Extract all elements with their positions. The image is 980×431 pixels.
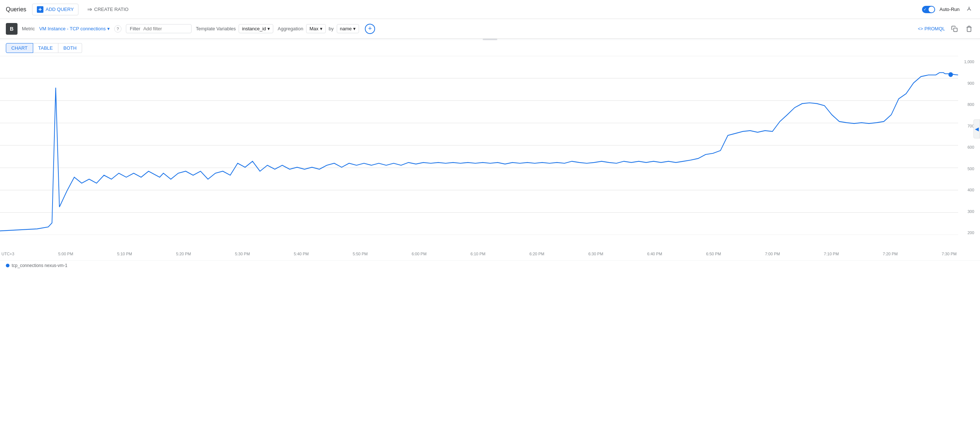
x-label-730: 7:30 PM	[942, 252, 957, 256]
tab-both[interactable]: BOTH	[58, 43, 82, 53]
delete-button[interactable]	[964, 24, 974, 34]
aggregation-selector[interactable]: Max ▾	[306, 24, 326, 33]
legend-area: tcp_connections nexus-vm-1	[0, 260, 980, 270]
create-ratio-button[interactable]: ⇒ CREATE RATIO	[84, 6, 131, 13]
add-filter-button[interactable]: +	[365, 24, 375, 34]
metric-value-text: VM Instance - TCP connections	[39, 26, 105, 32]
svg-rect-1	[954, 28, 958, 32]
x-label-520: 5:20 PM	[176, 252, 191, 256]
add-query-label: ADD QUERY	[46, 6, 74, 12]
auto-run-toggle[interactable]: ✓	[922, 6, 935, 13]
header: Queries + ADD QUERY ⇒ CREATE RATIO ✓ Aut…	[0, 0, 980, 19]
y-label-500: 500	[967, 166, 974, 171]
y-axis: 1,000 900 800 700 600 500 400 300 200	[964, 59, 974, 235]
chart-collapse-button[interactable]: ◀	[974, 120, 980, 139]
x-label-510: 5:10 PM	[117, 252, 132, 256]
x-label-610: 6:10 PM	[471, 252, 485, 256]
x-label-530: 5:30 PM	[235, 252, 250, 256]
plus-icon: +	[37, 6, 43, 13]
auto-run-label: Auto-Run	[940, 6, 959, 12]
chart-line	[0, 73, 958, 231]
x-label-600: 6:00 PM	[412, 252, 426, 256]
x-label-550: 5:50 PM	[353, 252, 368, 256]
create-ratio-label: CREATE RATIO	[94, 6, 129, 12]
promql-label: PROMQL	[924, 26, 945, 32]
dropdown-arrow: ▾	[107, 26, 110, 32]
metric-selector[interactable]: VM Instance - TCP connections ▾	[39, 26, 110, 32]
page-title: Queries	[6, 6, 26, 13]
aggregation-section: Aggregation Max ▾ by name ▾	[278, 24, 359, 33]
metric-label: Metric	[22, 26, 35, 32]
aggregation-value: Max	[309, 26, 318, 32]
x-label-700: 7:00 PM	[765, 252, 780, 256]
copy-button[interactable]	[949, 24, 959, 34]
filter-section: Filter	[126, 24, 191, 33]
arrow-icon: ⇒	[87, 6, 92, 13]
legend-color-dot	[6, 264, 10, 267]
y-label-300: 300	[967, 209, 974, 214]
template-label: Template Variables	[196, 26, 236, 32]
query-letter: B	[6, 23, 18, 35]
x-label-620: 6:20 PM	[530, 252, 544, 256]
chevron-left-icon: ◀	[975, 126, 979, 132]
promql-button[interactable]: <> PROMQL	[918, 26, 945, 32]
y-label-400: 400	[967, 188, 974, 192]
x-label-utc: UTC+3	[2, 252, 14, 256]
y-label-200: 200	[967, 230, 974, 235]
query-bar: B Metric VM Instance - TCP connections ▾…	[0, 19, 980, 39]
x-axis: UTC+3 5:00 PM 5:10 PM 5:20 PM 5:30 PM 5:…	[0, 252, 958, 256]
x-label-640: 6:40 PM	[647, 252, 662, 256]
template-variables-section: Template Variables instance_id ▾	[196, 24, 273, 33]
x-label-650: 6:50 PM	[706, 252, 721, 256]
chart-container: 1,000 900 800 700 600 500 400 300 200 ◀ …	[0, 56, 980, 260]
x-label-500: 5:00 PM	[58, 252, 73, 256]
help-button[interactable]: ?	[114, 25, 121, 32]
by-dropdown-arrow: ▾	[353, 26, 356, 32]
legend-label: tcp_connections nexus-vm-1	[12, 263, 67, 268]
by-selector[interactable]: name ▾	[337, 24, 360, 33]
aggregation-label: Aggregation	[278, 26, 303, 32]
tab-chart[interactable]: CHART	[6, 43, 33, 53]
tab-table[interactable]: TABLE	[33, 43, 58, 53]
view-tabs: CHART TABLE BOTH	[0, 40, 980, 56]
collapse-button[interactable]	[964, 5, 974, 14]
query-right: <> PROMQL	[918, 24, 974, 34]
template-value: instance_id	[242, 26, 266, 32]
y-label-600: 600	[967, 145, 974, 149]
template-dropdown-arrow: ▾	[267, 26, 270, 32]
x-label-540: 5:40 PM	[294, 252, 309, 256]
y-label-800: 800	[967, 102, 974, 107]
filter-label: Filter	[130, 26, 140, 32]
chart-svg	[0, 56, 958, 235]
agg-dropdown-arrow: ▾	[320, 26, 323, 32]
check-icon: ✓	[923, 7, 926, 11]
x-label-720: 7:20 PM	[883, 252, 898, 256]
x-label-710: 7:10 PM	[824, 252, 839, 256]
by-value: name	[340, 26, 352, 32]
template-variable-selector[interactable]: instance_id ▾	[239, 24, 273, 33]
chart-end-dot	[949, 72, 953, 77]
filter-input[interactable]	[143, 26, 173, 32]
code-icon: <>	[918, 26, 923, 32]
header-right: ✓ Auto-Run	[922, 5, 974, 14]
by-label: by	[329, 26, 334, 32]
add-query-button[interactable]: + ADD QUERY	[32, 4, 78, 15]
x-label-630: 6:30 PM	[588, 252, 603, 256]
y-label-1000: 1,000	[964, 59, 974, 64]
y-label-900: 900	[967, 81, 974, 85]
